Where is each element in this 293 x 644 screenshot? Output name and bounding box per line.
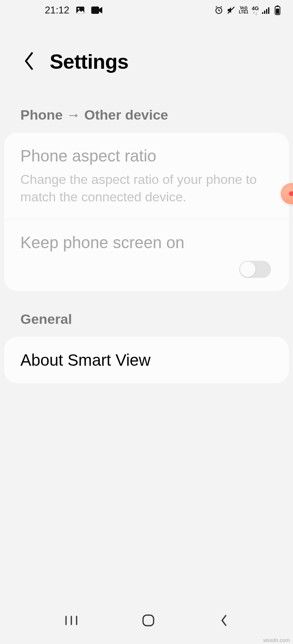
row-title: Phone aspect ratio [20, 146, 273, 166]
row-about-smart-view[interactable]: About Smart View [4, 337, 289, 383]
nav-recents-button[interactable] [60, 611, 82, 631]
section-header-general: General [0, 291, 293, 337]
card-general: About Smart View [4, 337, 289, 383]
svg-rect-2 [91, 7, 99, 14]
svg-rect-11 [276, 9, 279, 14]
alarm-icon [214, 6, 223, 15]
row-title: About Smart View [20, 350, 273, 370]
row-keep-screen-on[interactable]: Keep phone screen on [4, 219, 289, 291]
watermark: wsxdn.com [263, 637, 290, 643]
mute-icon [227, 6, 236, 15]
network-label: 4G [252, 6, 259, 11]
nav-back-button[interactable] [214, 610, 233, 632]
back-button[interactable] [20, 49, 37, 74]
volte-icon: Vo)) LTE1 [239, 6, 249, 14]
status-right: Vo)) LTE1 4G [214, 5, 281, 15]
header: Settings [0, 20, 293, 87]
toggle-thumb [240, 262, 256, 277]
section-header-phone-other: Phone → Other device [0, 87, 293, 133]
svg-point-1 [78, 8, 79, 10]
battery-icon [274, 5, 281, 15]
picture-icon [75, 5, 86, 15]
row-desc: Change the aspect ratio of your phone to… [20, 171, 265, 206]
row-title: Keep phone screen on [20, 232, 273, 253]
4g-icon: 4G [252, 6, 259, 15]
svg-rect-15 [143, 615, 154, 626]
lte-label: LTE1 [239, 10, 249, 14]
keep-screen-on-toggle[interactable] [239, 261, 271, 278]
status-left: 21:12 [45, 4, 103, 16]
system-nav-bar [0, 605, 293, 637]
home-icon [141, 613, 155, 627]
row-phone-aspect-ratio[interactable]: Phone aspect ratio Change the aspect rat… [4, 133, 289, 219]
chevron-left-icon [218, 614, 229, 627]
svg-rect-8 [268, 7, 269, 14]
status-bar: 21:12 Vo)) LTE1 4G [0, 0, 293, 20]
chevron-left-icon [23, 51, 35, 71]
page-title: Settings [50, 50, 128, 74]
status-time: 21:12 [45, 4, 69, 16]
svg-rect-10 [276, 6, 279, 7]
nav-home-button[interactable] [137, 609, 159, 633]
card-phone-other: Phone aspect ratio Change the aspect rat… [4, 133, 289, 291]
svg-rect-5 [262, 12, 263, 14]
video-icon [91, 6, 103, 15]
svg-rect-6 [264, 11, 265, 14]
svg-rect-7 [266, 9, 267, 14]
recents-icon [64, 615, 78, 626]
signal-icon [262, 7, 271, 14]
